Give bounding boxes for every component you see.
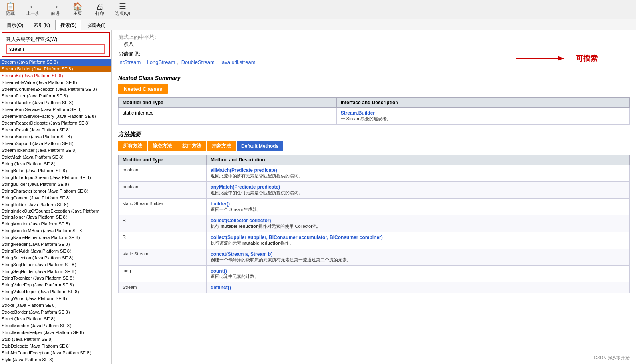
sidebar-list-item[interactable]: StreamPrintServiceFactory (Java Platform… — [0, 113, 111, 120]
sidebar-list-item[interactable]: StreamHandler (Java Platform SE 8） — [0, 99, 111, 106]
method-desc-cell: collect(Collector collector) 执行 mutable … — [207, 215, 630, 232]
method-name[interactable]: count() — [211, 268, 227, 274]
sidebar-list-item[interactable]: String (Java Platform SE 8） — [0, 161, 111, 167]
sidebar-list: Stream (Java Platform SE 8）Stream.Builde… — [0, 59, 111, 364]
tab-search[interactable]: 搜索(S) — [55, 20, 81, 30]
sidebar-list-item[interactable]: StringBuffer (Java Platform SE 8） — [0, 167, 111, 174]
method-table-row: R collect(Supplier supplier, BiConsumer … — [119, 232, 630, 249]
sidebar-list-item[interactable]: StringWriter (Java Platform SE 8） — [0, 295, 111, 302]
sidebar-list-item[interactable]: StructMember (Java Platform SE 8） — [0, 322, 111, 329]
method-name[interactable]: concat(Stream a, Stream b) — [211, 251, 272, 257]
nested-name[interactable]: Stream.Builder — [341, 110, 375, 116]
method-name[interactable]: anyMatch(Predicate predicate) — [211, 184, 280, 190]
link-util-stream[interactable]: java.util.stream — [221, 59, 255, 65]
method-modifier: boolean — [119, 165, 207, 182]
sidebar-list-item[interactable]: StringHolder (Java Platform SE 8） — [0, 201, 111, 208]
method-name[interactable]: collect(Supplier supplier, BiConsumer ac… — [211, 235, 383, 240]
sidebar-list-item[interactable]: StreamableValue (Java Platform SE 8） — [0, 79, 111, 86]
method-name[interactable]: allMatch(Predicate predicate) — [211, 167, 277, 173]
method-desc-cell: concat(Stream a, Stream b) 创建一个懒洋洋的级联流的元… — [207, 249, 630, 266]
tab-favorites[interactable]: 收藏夹(I) — [81, 20, 111, 30]
sidebar-list-item[interactable]: StreamResult (Java Platform SE 8） — [0, 127, 111, 133]
sidebar-list-item[interactable]: StructMemberHelper (Java Platform SE 8） — [0, 329, 111, 336]
toolbar-print-label: 打印 — [95, 10, 104, 16]
sidebar-list-item[interactable]: StringValueHelper (Java Platform SE 8） — [0, 288, 111, 295]
method-modifier: boolean — [119, 182, 207, 199]
toolbar-back[interactable]: ← 上一步 — [26, 2, 40, 16]
sidebar-list-item[interactable]: StreamCorruptedException (Java Platform … — [0, 86, 111, 93]
sidebar-list-item[interactable]: Stream (Java Platform SE 8） — [0, 59, 111, 66]
sidebar-list-item[interactable]: Style (Java Platform SE 8） — [0, 356, 111, 363]
sidebar-list-item[interactable]: StringJoiner (Java Platform SE 8） — [0, 214, 111, 221]
print-icon: 🖨 — [96, 2, 104, 10]
sidebar-list-item[interactable]: StreamTokenizer (Java Platform SE 8） — [0, 147, 111, 154]
method-btn-0[interactable]: 所有方法 — [118, 141, 147, 151]
method-btn-1[interactable]: 静态方法 — [148, 141, 177, 151]
sidebar-list-item[interactable]: StringMonitor (Java Platform SE 8） — [0, 221, 111, 227]
method-btn-3[interactable]: 抽象方法 — [207, 141, 236, 151]
sidebar-list-item[interactable]: StubNotFoundException (Java Platform SE … — [0, 350, 111, 356]
toolbar-hide[interactable]: 📋 隐藏 — [3, 2, 18, 16]
sidebar-list-item[interactable]: StreamSupport (Java Platform SE 8） — [0, 140, 111, 147]
intro-text: 一点八 — [118, 41, 134, 47]
sidebar-list-item[interactable]: StringRefAddr (Java Platform SE 8） — [0, 248, 111, 255]
method-name[interactable]: distinct() — [211, 285, 231, 290]
intro-previous-text: 流式上的中平均: — [118, 34, 156, 40]
sidebar-list-item[interactable]: StringTokenizer (Java Platform SE 8） — [0, 275, 111, 282]
sidebar: 建入关键字进行查找(W): Stream (Java Platform SE 8… — [0, 30, 112, 364]
method-description: 执行 mutable reduction操作对元素的使用 Collector流。 — [211, 224, 321, 229]
sidebar-list-item[interactable]: StringBufferInputStream (Java Platform S… — [0, 174, 111, 181]
back-icon: ← — [29, 2, 37, 10]
tab-contents[interactable]: 目录(O) — [2, 20, 28, 30]
toolbar-print[interactable]: 🖨 打印 — [93, 2, 107, 16]
sidebar-list-item[interactable]: StrokeBorder (Java Platform SE 8） — [0, 309, 111, 316]
sidebar-list-item[interactable]: StrictMath (Java Platform SE 8） — [0, 154, 111, 161]
method-modifier: static Stream.Builder — [119, 199, 207, 215]
nested-table-row: static interface Stream.Builder 一 Stream… — [119, 108, 630, 125]
method-name[interactable]: builder() — [211, 201, 230, 207]
main-layout: 建入关键字进行查找(W): Stream (Java Platform SE 8… — [0, 30, 636, 364]
toolbar-options[interactable]: ☰ 选项(Q) — [115, 2, 130, 16]
link-doublestream[interactable]: DoubleStream — [181, 59, 215, 65]
toolbar-forward[interactable]: → 前进 — [48, 2, 62, 16]
sidebar-list-item[interactable]: StringCharacterIterator (Java Platform S… — [0, 188, 111, 195]
method-desc-cell: anyMatch(Predicate predicate) 返回此流中的任何元素… — [207, 182, 630, 199]
sidebar-list-item[interactable]: StringNameHelper (Java Platform SE 8） — [0, 234, 111, 241]
sidebar-list-item[interactable]: Struct (Java Platform SE 8） — [0, 316, 111, 322]
sidebar-list-item[interactable]: StringReader (Java Platform SE 8） — [0, 241, 111, 248]
link-intstream[interactable]: IntStream — [118, 59, 141, 65]
watermark: CSDN @从零开始- — [594, 355, 631, 361]
sidebar-list-item[interactable]: StringContent (Java Platform SE 8） — [0, 195, 111, 201]
toolbar-home[interactable]: 🏠 主页 — [70, 2, 85, 16]
method-table-row: long count() 返回此流中元素的计数。 — [119, 266, 630, 282]
sidebar-list-item[interactable]: StubDelegate (Java Platform SE 8） — [0, 343, 111, 350]
sidebar-list-item[interactable]: StreamFilter (Java Platform SE 8） — [0, 93, 111, 99]
sidebar-list-item[interactable]: Stub (Java Platform SE 8） — [0, 336, 111, 343]
tab-index[interactable]: 索引(N) — [28, 20, 55, 30]
method-desc-cell: collect(Supplier supplier, BiConsumer ac… — [207, 232, 630, 249]
sidebar-list-item[interactable]: StreamReaderDelegate (Java Platform SE 8… — [0, 120, 111, 127]
search-input[interactable] — [6, 44, 105, 54]
method-table-row: boolean allMatch(Predicate predicate) 返回… — [119, 165, 630, 182]
nested-classes-button[interactable]: Nested Classes — [118, 84, 168, 94]
sidebar-list-item[interactable]: StringMonitorMBean (Java Platform SE 8） — [0, 227, 111, 234]
method-name[interactable]: collect(Collector collector) — [211, 218, 271, 223]
method-btn-4[interactable]: Default Methods — [237, 141, 283, 151]
method-desc-cell: count() 返回此流中元素的计数。 — [207, 266, 630, 282]
sidebar-list-item[interactable]: StringSeqHelper (Java Platform SE 8） — [0, 261, 111, 268]
sidebar-list-item[interactable]: Stroke (Java Platform SE 8） — [0, 302, 111, 309]
sidebar-list-item[interactable]: StringBuilder (Java Platform SE 8） — [0, 181, 111, 188]
content-intro: 流式上的中平均: 一点八 — [118, 34, 630, 48]
link-longstream[interactable]: LongStream — [147, 59, 175, 65]
sidebar-list-item[interactable]: StringSelection (Java Platform SE 8） — [0, 255, 111, 261]
sidebar-list-item[interactable]: Stream.Builder (Java Platform SE 8） — [0, 66, 111, 72]
sidebar-list-item[interactable]: StringSeqHolder (Java Platform SE 8） — [0, 268, 111, 275]
method-modifier: long — [119, 266, 207, 282]
sidebar-list-item[interactable]: StreamBit (Java Platform SE 8） — [0, 72, 111, 79]
nested-interface-desc: Stream.Builder 一 Stream易变的建设者。 — [336, 108, 629, 125]
sidebar-list-item[interactable]: StreamSource (Java Platform SE 8） — [0, 133, 111, 140]
method-btn-2[interactable]: 接口方法 — [177, 141, 206, 151]
sidebar-list-item[interactable]: StringIndexOutOfBoundsException (Java Pl… — [0, 208, 111, 214]
sidebar-list-item[interactable]: StreamPrintService (Java Platform SE 8） — [0, 106, 111, 113]
sidebar-list-item[interactable]: StringValueExp (Java Platform SE 8） — [0, 282, 111, 288]
